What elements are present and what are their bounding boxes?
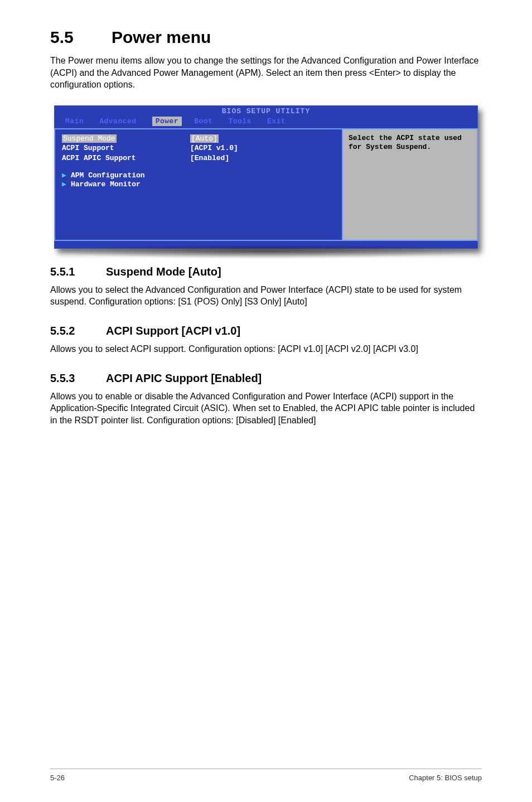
bios-submenu-apm[interactable]: ▶APM Configuration (62, 171, 335, 180)
bios-submenu-label: APM Configuration (71, 171, 145, 180)
subsection-body: Allows you to select the Advanced Config… (50, 284, 482, 308)
bios-item-acpi-apic-support[interactable]: ACPI APIC Support [Enabled] (62, 153, 335, 163)
bios-item-value: [ACPI v1.0] (190, 143, 335, 153)
bios-window: BIOS SETUP UTILITY Main Advanced Power B… (54, 105, 478, 249)
section-intro: The Power menu items allow you to change… (50, 55, 482, 91)
bios-tab-advanced[interactable]: Advanced (99, 117, 136, 126)
bios-submenu-label: Hardware Monitor (71, 180, 141, 189)
footer-page-number: 5-26 (50, 774, 65, 782)
bios-item-label: ACPI APIC Support (62, 153, 190, 163)
triangle-right-icon: ▶ (62, 180, 71, 189)
bios-submenu-hardware-monitor[interactable]: ▶Hardware Monitor (62, 180, 335, 189)
section-title-text: Power menu (112, 28, 211, 46)
bios-item-suspend-mode[interactable]: Suspend Mode [Auto] (62, 134, 335, 144)
bios-item-label: ACPI Support (62, 143, 190, 153)
bios-help-pane: Select the ACPI state used for System Su… (343, 129, 478, 241)
bios-tab-main[interactable]: Main (65, 117, 84, 126)
subsection-title: ACPI Support [ACPI v1.0] (106, 325, 240, 337)
bios-left-pane: Suspend Mode [Auto] ACPI Support [ACPI v… (54, 129, 343, 241)
subsection-heading: 5.5.3ACPI APIC Support [Enabled] (50, 372, 482, 385)
subsection-number: 5.5.1 (50, 265, 106, 278)
subsection-title: Suspend Mode [Auto] (106, 265, 221, 278)
bios-tab-boot[interactable]: Boot (194, 117, 212, 126)
subsection-number: 5.5.2 (50, 325, 106, 337)
triangle-right-icon: ▶ (62, 171, 71, 180)
bios-tab-tools[interactable]: Tools (228, 117, 252, 126)
bios-item-value: [Auto] (190, 134, 219, 143)
subsection-body: Allows you to enable or disable the Adva… (50, 390, 482, 427)
subsection-title: ACPI APIC Support [Enabled] (106, 372, 262, 384)
bios-tab-power[interactable]: Power (152, 117, 182, 126)
bios-menu-bar: Main Advanced Power Boot Tools Exit (54, 115, 478, 128)
bios-item-value: [Enabled] (190, 153, 335, 163)
page-footer: 5-26 Chapter 5: BIOS setup (50, 769, 482, 782)
footer-chapter: Chapter 5: BIOS setup (409, 774, 482, 782)
bios-tab-exit[interactable]: Exit (267, 117, 286, 126)
section-number: 5.5 (50, 28, 112, 47)
subsection-heading: 5.5.1Suspend Mode [Auto] (50, 265, 482, 278)
bios-item-acpi-support[interactable]: ACPI Support [ACPI v1.0] (62, 143, 335, 153)
bios-item-label: Suspend Mode (62, 134, 117, 143)
bios-title: BIOS SETUP UTILITY (54, 105, 478, 115)
subsection-number: 5.5.3 (50, 372, 106, 385)
subsection-heading: 5.5.2ACPI Support [ACPI v1.0] (50, 325, 482, 337)
subsection-body: Allows you to select ACPI support. Confi… (50, 343, 482, 355)
section-heading: 5.5Power menu (50, 28, 482, 47)
